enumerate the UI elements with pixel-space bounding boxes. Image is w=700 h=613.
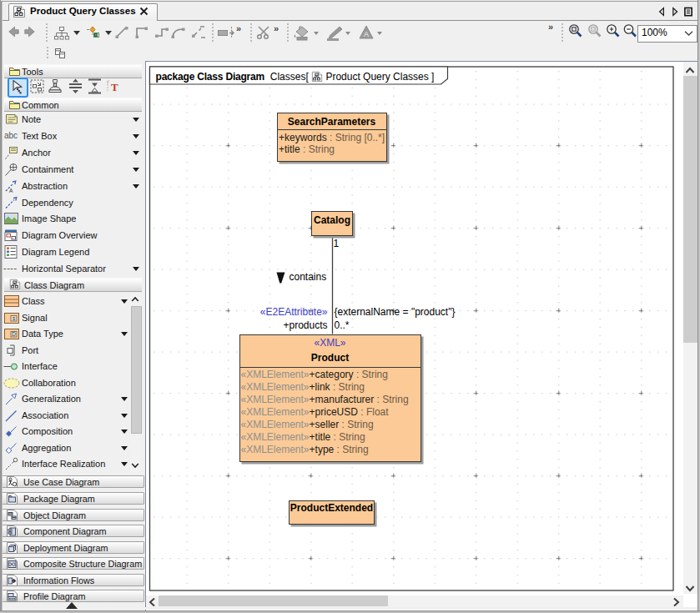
svg-text:A: A: [364, 30, 369, 38]
svg-text:D: D: [12, 331, 16, 337]
svg-text:A: A: [9, 188, 13, 193]
svg-text:T: T: [111, 81, 118, 93]
